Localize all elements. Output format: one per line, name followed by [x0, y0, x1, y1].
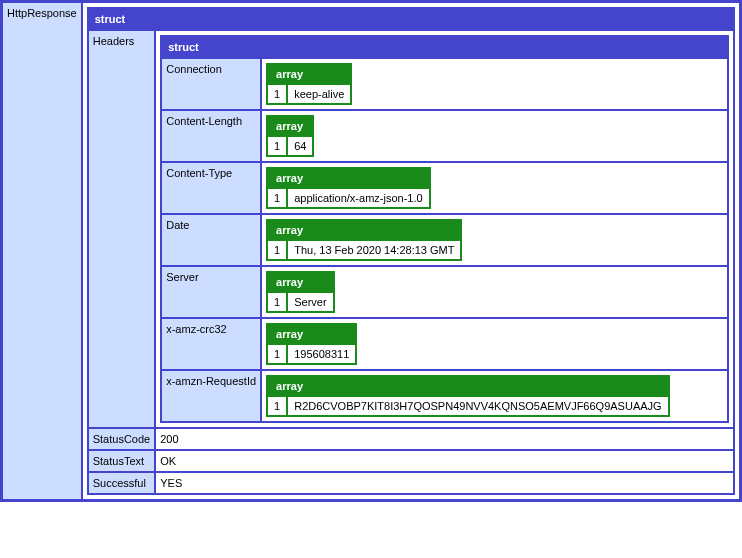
statustext-label: StatusText — [88, 450, 155, 472]
header-name: x-amzn-RequestId — [161, 370, 261, 422]
http-response-struct: HttpResponse struct Headers struct — [0, 0, 742, 502]
statuscode-label: StatusCode — [88, 428, 155, 450]
array-table: array1Thu, 13 Feb 2020 14:28:13 GMT — [266, 219, 462, 261]
array-table: array164 — [266, 115, 314, 157]
array-value: keep-alive — [287, 84, 351, 104]
response-struct-table: struct Headers struct Connectionarray1ke… — [87, 7, 735, 495]
header-row: x-amz-crc32array1195608311 — [161, 318, 728, 370]
header-name: Date — [161, 214, 261, 266]
headers-struct-table: struct Connectionarray1keep-aliveContent… — [160, 35, 729, 423]
array-index: 1 — [267, 344, 287, 364]
header-value-cell: array1application/x-amz-json-1.0 — [261, 162, 728, 214]
header-value-cell: array1R2D6CVOBP7KIT8I3H7QOSPN49NVV4KQNSO… — [261, 370, 728, 422]
header-name: Server — [161, 266, 261, 318]
headers-value: struct Connectionarray1keep-aliveContent… — [155, 30, 734, 428]
header-value-cell: array1195608311 — [261, 318, 728, 370]
header-row: Connectionarray1keep-alive — [161, 58, 728, 110]
array-heading: array — [267, 168, 430, 188]
header-name: Connection — [161, 58, 261, 110]
array-heading: array — [267, 116, 313, 136]
array-value: Server — [287, 292, 333, 312]
struct-heading: struct — [88, 8, 734, 30]
statuscode-value: 200 — [155, 428, 734, 450]
http-response-label: HttpResponse — [2, 2, 82, 501]
array-table: array1keep-alive — [266, 63, 352, 105]
header-row: Datearray1Thu, 13 Feb 2020 14:28:13 GMT — [161, 214, 728, 266]
array-heading: array — [267, 376, 669, 396]
struct-heading: struct — [161, 36, 728, 58]
header-row: Content-Typearray1application/x-amz-json… — [161, 162, 728, 214]
header-name: x-amz-crc32 — [161, 318, 261, 370]
array-table: array1195608311 — [266, 323, 357, 365]
array-heading: array — [267, 324, 356, 344]
header-name: Content-Type — [161, 162, 261, 214]
successful-value: YES — [155, 472, 734, 494]
header-value-cell: array1Server — [261, 266, 728, 318]
array-index: 1 — [267, 292, 287, 312]
array-value: R2D6CVOBP7KIT8I3H7QOSPN49NVV4KQNSO5AEMVJ… — [287, 396, 668, 416]
array-heading: array — [267, 272, 334, 292]
array-value: application/x-amz-json-1.0 — [287, 188, 429, 208]
statustext-value: OK — [155, 450, 734, 472]
array-index: 1 — [267, 136, 287, 156]
array-index: 1 — [267, 396, 287, 416]
http-response-value: struct Headers struct Connectionarray1ke… — [82, 2, 741, 501]
array-table: array1application/x-amz-json-1.0 — [266, 167, 431, 209]
array-table: array1Server — [266, 271, 335, 313]
array-heading: array — [267, 64, 351, 84]
header-value-cell: array1keep-alive — [261, 58, 728, 110]
array-index: 1 — [267, 240, 287, 260]
header-row: Serverarray1Server — [161, 266, 728, 318]
array-value: 64 — [287, 136, 313, 156]
headers-label: Headers — [88, 30, 155, 428]
header-row: Content-Lengtharray164 — [161, 110, 728, 162]
header-value-cell: array1Thu, 13 Feb 2020 14:28:13 GMT — [261, 214, 728, 266]
header-value-cell: array164 — [261, 110, 728, 162]
header-name: Content-Length — [161, 110, 261, 162]
array-value: Thu, 13 Feb 2020 14:28:13 GMT — [287, 240, 461, 260]
array-value: 195608311 — [287, 344, 356, 364]
successful-label: Successful — [88, 472, 155, 494]
array-heading: array — [267, 220, 461, 240]
array-index: 1 — [267, 84, 287, 104]
header-row: x-amzn-RequestIdarray1R2D6CVOBP7KIT8I3H7… — [161, 370, 728, 422]
array-table: array1R2D6CVOBP7KIT8I3H7QOSPN49NVV4KQNSO… — [266, 375, 670, 417]
array-index: 1 — [267, 188, 287, 208]
